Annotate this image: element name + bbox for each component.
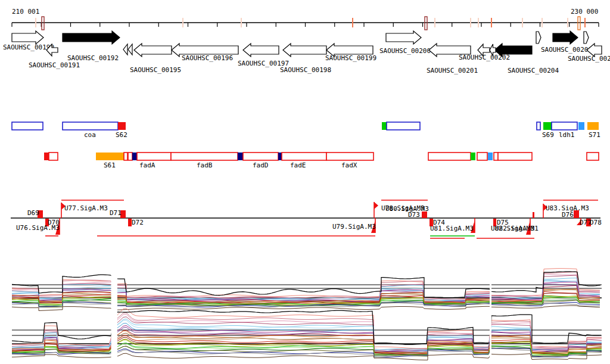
feature-box[interactable] [494,153,498,160]
feature-box[interactable] [128,153,132,160]
feature-box[interactable] [124,153,127,160]
gene-arrow-SAOUHSC_00197[interactable] [243,43,279,57]
feature-box[interactable] [587,122,599,130]
feature-label: fadA [139,161,155,169]
feature-box[interactable] [49,153,58,160]
site-label: U82.SigA.M1 [495,225,539,232]
feature-label: fadE [290,161,306,169]
site-label: D70 [48,219,60,226]
gene-feature-pentagon[interactable] [536,32,541,43]
feature-box[interactable] [278,153,282,160]
gene-arrow-SAOUHSC_00192[interactable] [63,31,120,44]
feature-box[interactable] [282,153,326,160]
feature-box[interactable] [238,153,243,160]
site-label: D69 [27,209,39,217]
feature-label: S71 [589,131,600,139]
browser-graphics: SAOUHSC_00190SAOUHSC_00191SAOUHSC_00192S… [0,0,610,364]
site-label: U77.SigA.M3 [64,204,108,212]
site-label: D72 [132,219,144,226]
feature-label: coa [84,131,96,139]
feature-box[interactable] [552,122,577,130]
feature-box[interactable] [387,122,420,130]
gene-feature-chevron[interactable] [128,44,132,55]
feature-box[interactable] [118,122,126,130]
feature-box[interactable] [488,153,493,160]
signal-gap [111,256,118,363]
gene-arrow-SAOUHSC_00195[interactable] [134,43,172,57]
ruler-marker[interactable] [541,18,543,27]
ruler-marker[interactable] [584,18,586,27]
gene-label: SAOUHSC_00192 [67,54,119,62]
feature-label: S69 [542,131,554,139]
gene-feature-pentagon[interactable] [584,32,589,43]
feature-box[interactable] [171,153,238,160]
gene-label: SAOUHSC_00195 [130,66,181,74]
ruler-marker[interactable] [35,18,36,27]
gene-arrow-SAOUHSC_00200[interactable] [386,31,421,44]
signal-line [12,353,602,360]
feature-box[interactable] [587,153,599,160]
gene-label: SAOUHSC_00200 [379,47,431,55]
feature-box[interactable] [137,153,171,160]
gene-label: SAOUHSC_00206 [541,46,592,54]
gene-arrow-SAOUHSC_00190[interactable] [12,31,43,44]
feature-box[interactable] [498,153,532,160]
gene-label: SAOUHSC_00201 [427,67,478,74]
feature-box[interactable] [243,153,278,160]
feature-box[interactable] [132,153,137,160]
feature-label: ldh1 [559,131,575,139]
gene-arrow-SAOUHSC_00206[interactable] [553,31,578,44]
ruler-marker[interactable] [470,18,471,27]
ruler-marker[interactable] [352,18,353,27]
site-label: D73 [408,211,420,219]
gene-arrow-SAOUHSC_00204[interactable] [494,43,532,57]
ruler-marker[interactable] [241,18,242,27]
feature-box[interactable] [12,122,43,130]
ruler-marker[interactable] [42,17,44,30]
feature-box[interactable] [326,153,374,160]
gene-label: SAOUHSC_0020 [568,55,610,63]
feature-box[interactable] [382,122,387,130]
genome-browser: 210 001 230 000 SAOUHSC_00190SAOUHSC_001… [0,0,610,364]
feature-label: fadX [341,161,357,169]
feature-label: fadB [197,161,213,169]
site-label: D71 [110,209,122,217]
site-label: D78 [590,219,602,226]
feature-box[interactable] [63,122,118,130]
feature-label: fadD [253,161,269,169]
gene-label: SAOUHSC_00191 [29,61,80,69]
feature-box[interactable] [96,153,124,160]
site-label: U81.SigA.M3 [430,225,474,232]
feature-box[interactable] [44,153,49,160]
signal-gap [490,256,491,363]
ruler-marker[interactable] [567,18,568,27]
ruler-marker[interactable] [522,18,523,27]
site-flag-pennant[interactable] [374,202,378,209]
site-label: U80.SigA.M3 [385,205,429,213]
gene-label: SAOUHSC_00196 [182,54,233,62]
site-flag[interactable] [533,212,534,218]
ruler-marker[interactable] [182,18,183,27]
site-label: U79.SigA.M3 [332,223,376,231]
gene-label: SAOUHSC_00204 [508,67,559,74]
feature-box[interactable] [471,153,475,160]
feature-box[interactable] [578,122,584,130]
gene-label: SAOUHSC_00198 [280,66,331,74]
ruler-marker[interactable] [478,18,479,27]
ruler-marker[interactable] [425,17,427,30]
gene-label: SAOUHSC_00199 [325,54,376,62]
ruler-marker[interactable] [578,17,580,30]
ruler-marker[interactable] [434,18,435,27]
feature-box[interactable] [543,122,552,130]
feature-box[interactable] [428,153,471,160]
feature-box[interactable] [537,122,540,130]
feature-label: S61 [104,161,116,169]
feature-label: S62 [116,131,127,139]
gene-arrow-SAOUHSC_00198[interactable] [283,43,326,57]
feature-box[interactable] [477,153,487,160]
ruler-marker[interactable] [491,18,492,27]
site-label: D76 [562,211,574,219]
gene-feature-chevron[interactable] [123,44,127,55]
